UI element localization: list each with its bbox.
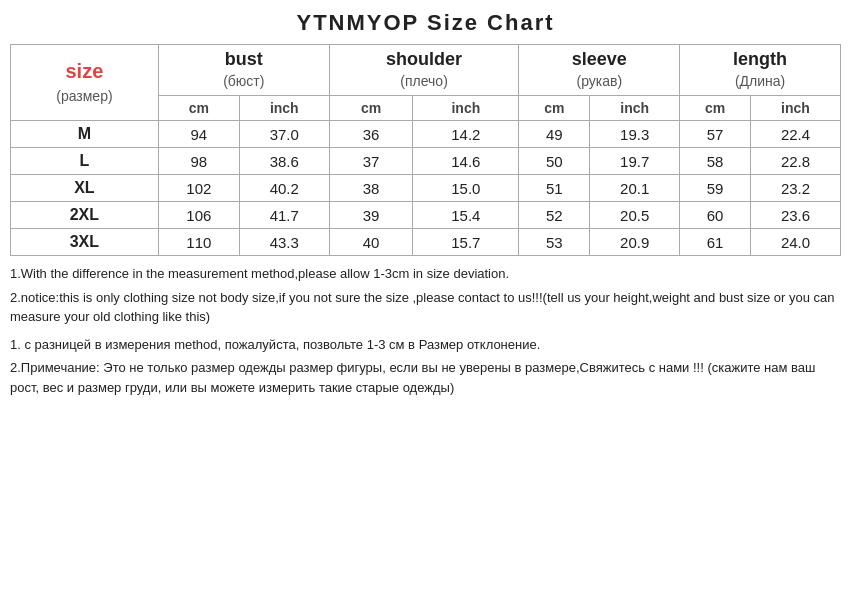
sleeve-inch-cell: 20.5 xyxy=(590,202,680,229)
note-en-2: 2.notice:this is only clothing size not … xyxy=(10,288,841,327)
sleeve-cm-cell: 53 xyxy=(519,229,590,256)
length-inch-cell: 22.4 xyxy=(750,121,840,148)
shoulder-cm-cell: 37 xyxy=(329,148,413,175)
table-row: M 94 37.0 36 14.2 49 19.3 57 22.4 xyxy=(11,121,841,148)
length-cm-cell: 58 xyxy=(680,148,751,175)
notes-english: 1.With the difference in the measurement… xyxy=(10,264,841,327)
size-cell: 3XL xyxy=(11,229,159,256)
sleeve-inch-cell: 20.1 xyxy=(590,175,680,202)
length-cm-cell: 60 xyxy=(680,202,751,229)
shoulder-cm-cell: 38 xyxy=(329,175,413,202)
length-cm-cell: 57 xyxy=(680,121,751,148)
bust-cm-cell: 110 xyxy=(158,229,239,256)
note-ru-2: 2.Примечание: Это не только размер одежд… xyxy=(10,358,841,397)
bust-inch-cell: 37.0 xyxy=(239,121,329,148)
sleeve-cm-cell: 49 xyxy=(519,121,590,148)
sleeve-inch-cell: 20.9 xyxy=(590,229,680,256)
bust-cm-cell: 94 xyxy=(158,121,239,148)
bust-header: bust (бюст) xyxy=(158,45,329,96)
length-inch-cell: 23.2 xyxy=(750,175,840,202)
shoulder-header: shoulder (плечо) xyxy=(329,45,519,96)
chart-title: YTNMYOP Size Chart xyxy=(10,10,841,36)
note-en-1: 1.With the difference in the measurement… xyxy=(10,264,841,284)
table-row: L 98 38.6 37 14.6 50 19.7 58 22.8 xyxy=(11,148,841,175)
size-cell: M xyxy=(11,121,159,148)
table-row: 2XL 106 41.7 39 15.4 52 20.5 60 23.6 xyxy=(11,202,841,229)
sleeve-header: sleeve (рукав) xyxy=(519,45,680,96)
shoulder-cm-cell: 39 xyxy=(329,202,413,229)
length-inch-cell: 24.0 xyxy=(750,229,840,256)
size-cell: 2XL xyxy=(11,202,159,229)
length-cm-cell: 59 xyxy=(680,175,751,202)
shoulder-cm-header: cm xyxy=(329,96,413,121)
length-cm-cell: 61 xyxy=(680,229,751,256)
notes-russian: 1. с разницей в измерения method, пожалу… xyxy=(10,335,841,398)
sleeve-inch-header: inch xyxy=(590,96,680,121)
length-inch-cell: 23.6 xyxy=(750,202,840,229)
bust-inch-cell: 41.7 xyxy=(239,202,329,229)
size-cell: XL xyxy=(11,175,159,202)
sleeve-cm-cell: 52 xyxy=(519,202,590,229)
length-cm-header: cm xyxy=(680,96,751,121)
sleeve-inch-cell: 19.3 xyxy=(590,121,680,148)
sleeve-cm-header: cm xyxy=(519,96,590,121)
shoulder-inch-cell: 15.0 xyxy=(413,175,519,202)
bust-inch-header: inch xyxy=(239,96,329,121)
sleeve-cm-cell: 50 xyxy=(519,148,590,175)
sleeve-cm-cell: 51 xyxy=(519,175,590,202)
size-chart: YTNMYOP Size Chart size (размер) bust (б… xyxy=(10,10,841,397)
note-ru-1: 1. с разницей в измерения method, пожалу… xyxy=(10,335,841,355)
length-header: length (Длина) xyxy=(680,45,841,96)
shoulder-inch-header: inch xyxy=(413,96,519,121)
table-row: XL 102 40.2 38 15.0 51 20.1 59 23.2 xyxy=(11,175,841,202)
table-row: 3XL 110 43.3 40 15.7 53 20.9 61 24.0 xyxy=(11,229,841,256)
shoulder-inch-cell: 14.6 xyxy=(413,148,519,175)
bust-inch-cell: 38.6 xyxy=(239,148,329,175)
length-inch-cell: 22.8 xyxy=(750,148,840,175)
sleeve-inch-cell: 19.7 xyxy=(590,148,680,175)
bust-inch-cell: 43.3 xyxy=(239,229,329,256)
size-header: size (размер) xyxy=(11,45,159,121)
shoulder-cm-cell: 36 xyxy=(329,121,413,148)
bust-cm-cell: 98 xyxy=(158,148,239,175)
bust-cm-cell: 106 xyxy=(158,202,239,229)
size-cell: L xyxy=(11,148,159,175)
shoulder-cm-cell: 40 xyxy=(329,229,413,256)
size-table: size (размер) bust (бюст) shoulder (плеч… xyxy=(10,44,841,256)
shoulder-inch-cell: 15.7 xyxy=(413,229,519,256)
length-inch-header: inch xyxy=(750,96,840,121)
bust-cm-header: cm xyxy=(158,96,239,121)
bust-inch-cell: 40.2 xyxy=(239,175,329,202)
shoulder-inch-cell: 15.4 xyxy=(413,202,519,229)
shoulder-inch-cell: 14.2 xyxy=(413,121,519,148)
bust-cm-cell: 102 xyxy=(158,175,239,202)
